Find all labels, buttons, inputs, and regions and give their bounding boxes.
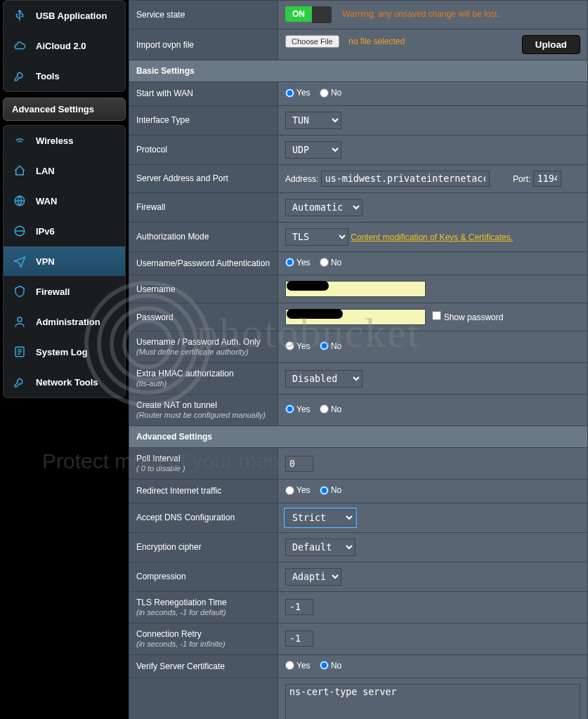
main-content: Service state ON Warning: any unsaved ch… [129,0,588,719]
redirect-no[interactable]: No [320,485,341,495]
start-wan-yes[interactable]: Yes [285,88,311,98]
address-label: Address: [285,174,318,184]
extra-hmac-select[interactable]: Disabled [285,370,362,388]
sidebar-item-label: USB Application [36,11,107,21]
svg-point-2 [18,317,22,322]
label-server-address: Server Address and Port [129,164,278,192]
wrench-icon [11,67,29,85]
encryption-cipher-select[interactable]: Default [285,539,355,556]
redaction [287,309,343,319]
server-address-input[interactable] [321,171,490,187]
compression-select[interactable]: Adaptive [285,568,341,586]
userpass-auth-yes[interactable]: Yes [285,258,311,268]
label-poll-interval: Poll Interval( 0 to disable ) [129,448,278,480]
usb-icon [11,6,29,25]
conn-retry-input[interactable] [285,631,313,647]
keys-certs-link[interactable]: Content modification of Keys & Certifica… [351,232,513,242]
label-firewall: Firewall [129,192,278,222]
protocol-select[interactable]: UDP [285,141,341,159]
sidebar-item-label: Tools [36,71,60,81]
sidebar-item-label: System Log [36,347,88,357]
sidebar-item-label: VPN [36,256,55,267]
section-basic-settings: Basic Settings [129,60,588,82]
label-start-wan: Start with WAN [129,82,278,106]
label-tls-reneg: TLS Renegotiation Time(in seconds, -1 fo… [129,591,278,623]
port-label: Port: [513,174,530,184]
auth-mode-select[interactable]: TLS [285,228,348,246]
label-conn-retry: Connection Retry(in seconds, -1 for infi… [129,623,278,654]
sidebar-item-label: Administration [36,317,100,327]
redirect-yes[interactable]: Yes [285,485,311,495]
sidebar-item-label: Wireless [36,136,73,146]
wifi-icon [11,131,29,150]
no-file-selected: no file selected [348,37,405,46]
service-state-toggle-off[interactable] [312,6,332,23]
home-icon [11,161,29,180]
sidebar: USB Application AiCloud 2.0 Tools Advanc… [0,0,129,719]
sidebar-item-usb[interactable]: USB Application [4,1,125,31]
label-auth-mode: Authorization Mode [129,222,278,251]
sidebar-item-label: Network Tools [36,377,98,388]
label-redirect-traffic: Redirect Internet traffic [129,480,278,503]
sidebar-item-firewall[interactable]: Firewall [4,277,125,307]
shield-icon [11,282,29,301]
ipv6-icon [11,222,29,240]
plane-icon [11,252,29,270]
label-compression: Compression [129,562,278,591]
sidebar-item-systemlog[interactable]: System Log [4,337,125,367]
service-state-warning: Warning: any unsaved change will be lost… [342,9,499,19]
server-port-input[interactable] [533,171,561,187]
firewall-select[interactable]: Automatic [285,199,362,216]
label-service-state: Service state [129,1,278,29]
userpass-only-no[interactable]: No [320,341,341,351]
verify-cert-yes[interactable]: Yes [285,661,311,671]
show-password-checkbox[interactable]: Show password [432,312,503,322]
service-state-toggle[interactable]: ON [285,6,312,22]
log-icon [11,343,29,361]
sidebar-item-label: LAN [36,166,55,176]
sidebar-item-administration[interactable]: Administration [4,307,125,337]
sidebar-item-ipv6[interactable]: IPv6 [4,216,125,246]
upload-button[interactable]: Upload [522,35,580,54]
label-userpass-only: Username / Password Auth. Only(Must defi… [129,331,278,363]
sidebar-item-label: Firewall [36,286,70,297]
sidebar-section-advanced: Advanced Settings [3,98,126,121]
sidebar-item-networktools[interactable]: Network Tools [4,367,125,397]
userpass-only-yes[interactable]: Yes [285,341,311,351]
verify-cert-no[interactable]: No [320,661,341,671]
label-create-nat: Create NAT on tunnel(Router must be conf… [129,395,278,426]
cloud-icon [11,37,29,55]
label-verify-cert: Verify Server Certificate [129,654,278,678]
sidebar-item-label: IPv6 [36,226,55,237]
sidebar-item-vpn[interactable]: VPN [4,246,125,277]
create-nat-yes[interactable]: Yes [285,404,311,414]
interface-type-select[interactable]: TUN [285,112,341,129]
poll-interval-input[interactable] [285,456,313,472]
globe-icon [11,192,29,210]
sidebar-item-aicloud[interactable]: AiCloud 2.0 [4,31,125,61]
create-nat-no[interactable]: No [320,404,341,414]
tls-reneg-input[interactable] [285,599,313,615]
label-interface-type: Interface Type [129,105,278,135]
label-username: Username [129,275,278,303]
sidebar-item-wan[interactable]: WAN [4,186,125,216]
label-extra-hmac: Extra HMAC authorization(tls-auth) [129,363,278,395]
custom-config-textarea[interactable]: ns-cert-type server [285,684,580,719]
label-import-ovpn: Import ovpn file [129,29,278,60]
label-userpass-auth: Username/Password Authentication [129,251,278,275]
sidebar-item-wireless[interactable]: Wireless [4,126,125,156]
label-protocol: Protocol [129,135,278,164]
label-custom-config: Custom Configuration [129,678,278,720]
sidebar-item-lan[interactable]: LAN [4,156,125,186]
userpass-auth-no[interactable]: No [320,258,341,268]
sidebar-item-label: AiCloud 2.0 [36,41,86,51]
sidebar-item-tools[interactable]: Tools [4,61,125,91]
accept-dns-select[interactable]: Strict [285,509,355,527]
tool-icon [11,373,29,391]
user-icon [11,312,29,331]
label-encryption-cipher: Encryption cipher [129,532,278,562]
start-wan-no[interactable]: No [320,88,341,98]
redaction [287,281,329,291]
choose-file-button[interactable]: Choose File [285,35,339,48]
sidebar-item-label: WAN [36,196,57,206]
